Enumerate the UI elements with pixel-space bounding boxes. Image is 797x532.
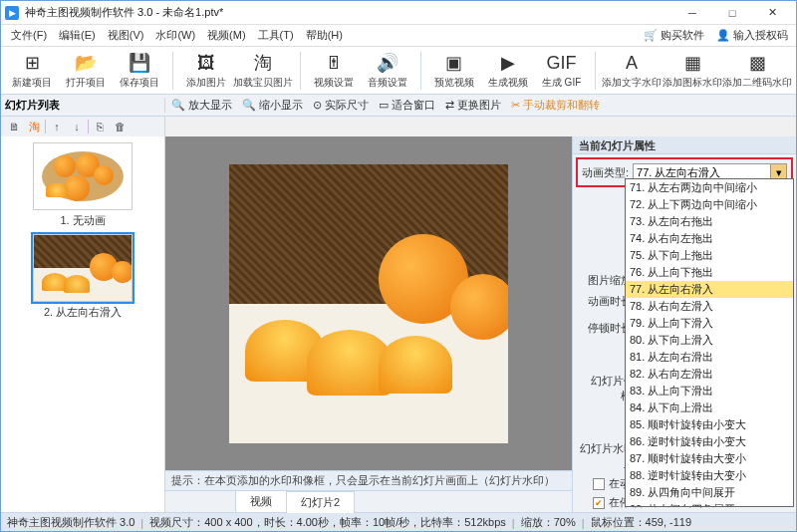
zoom-icon: ⊙ <box>313 99 322 112</box>
toolbar-加载宝贝图片[interactable]: 淘加载宝贝图片 <box>239 51 288 90</box>
dropdown-item[interactable]: 85. 顺时针旋转由小变大 <box>626 416 793 433</box>
dropdown-item[interactable]: 72. 从上下两边向中间缩小 <box>626 196 793 213</box>
zoom-icon: ✂ <box>511 99 520 112</box>
toolbar-icon: ▶ <box>496 51 520 75</box>
toolbar-添加二维码水印[interactable]: ▩添加二维码水印 <box>729 51 786 90</box>
toolbar-icon: 📂 <box>74 51 98 75</box>
toolbar-icon: 🔊 <box>376 51 399 75</box>
dropdown-item[interactable]: 82. 从右向左滑出 <box>626 366 793 383</box>
down-icon[interactable]: ↓ <box>68 118 86 135</box>
toolbar-icon: ▩ <box>745 51 769 75</box>
dropdown-item[interactable]: 86. 逆时针旋转由小变大 <box>626 433 793 450</box>
dropdown-item[interactable]: 75. 从下向上拖出 <box>626 247 793 264</box>
app-logo: ▶ <box>5 6 19 20</box>
toolbar-icon: 🎚 <box>322 51 346 75</box>
zoom-icon: 🔍 <box>242 99 256 112</box>
toolbar-音频设置[interactable]: 🔊音频设置 <box>367 51 408 90</box>
dropdown-item[interactable]: 81. 从左向右滑出 <box>626 349 793 366</box>
dropdown-item[interactable]: 77. 从左向右滑入 <box>626 281 793 298</box>
checkbox-checked-icon: ✔ <box>593 497 605 509</box>
dropdown-item[interactable]: 79. 从上向下滑入 <box>626 315 793 332</box>
dropdown-item[interactable]: 87. 顺时针旋转由大变小 <box>626 450 793 467</box>
dropdown-item[interactable]: 80. 从下向上滑入 <box>626 332 793 349</box>
dropdown-item[interactable]: 71. 从左右两边向中间缩小 <box>626 179 793 196</box>
buy-link[interactable]: 🛒 购买软件 <box>640 28 708 43</box>
status-app: 神奇主图视频制作软件 3.0 <box>7 515 134 530</box>
slide-thumb-1[interactable]: 1. 无动画 <box>23 142 142 228</box>
tao-icon[interactable]: 淘 <box>25 118 43 135</box>
zoom-icon: ⇄ <box>445 99 454 112</box>
delete-icon[interactable]: 🗑 <box>111 118 129 135</box>
status-zoom: 缩放：70% <box>521 515 576 530</box>
dropdown-item[interactable]: 90. 从中间向四角展开 <box>626 501 793 507</box>
toolbar-视频设置[interactable]: 🎚视频设置 <box>313 51 355 90</box>
license-link[interactable]: 👤 输入授权码 <box>712 28 792 43</box>
status-mouse: 鼠标位置：459, -119 <box>591 515 691 530</box>
copy-icon[interactable]: ⎘ <box>91 118 109 135</box>
sidebar-title: 幻灯片列表 <box>5 98 160 113</box>
toolbar-icon: ⊞ <box>20 51 44 75</box>
tab-slide2[interactable]: 幻灯片2 <box>286 491 355 513</box>
zoom-5[interactable]: ✂手动裁剪和翻转 <box>511 98 600 113</box>
zoom-4[interactable]: ⇄更换图片 <box>445 98 501 113</box>
close-button[interactable]: ✕ <box>752 2 792 24</box>
dropdown-item[interactable]: 89. 从四角向中间展开 <box>626 484 793 501</box>
dropdown-item[interactable]: 83. 从上向下滑出 <box>626 383 793 399</box>
menu-3[interactable]: 水印(W) <box>149 26 201 45</box>
slide-thumb-2[interactable]: 2. 从左向右滑入 <box>23 234 142 320</box>
zoom-icon: ▭ <box>379 99 389 112</box>
checkbox-icon <box>593 478 605 490</box>
dropdown-item[interactable]: 76. 从上向下拖出 <box>626 264 793 281</box>
toolbar-icon: 🖼 <box>194 51 218 75</box>
toolbar-icon: ▣ <box>442 51 466 75</box>
status-size: 视频尺寸：400 x 400，时长：4.00秒，帧率：10帧/秒，比特率：512… <box>149 515 506 530</box>
menu-0[interactable]: 文件(F) <box>5 26 53 45</box>
menu-5[interactable]: 工具(T) <box>252 26 300 45</box>
zoom-1[interactable]: 🔍缩小显示 <box>242 98 303 113</box>
zoom-0[interactable]: 🔍放大显示 <box>171 98 232 113</box>
menu-1[interactable]: 编辑(E) <box>53 26 102 45</box>
dropdown-item[interactable]: 74. 从右向左拖出 <box>626 230 793 247</box>
toolbar-添加文字水印[interactable]: A添加文字水印 <box>607 51 656 90</box>
zoom-icon: 🔍 <box>171 99 185 112</box>
add-slide-icon[interactable]: 🗎 <box>5 118 23 135</box>
toolbar-保存项目[interactable]: 💾保存项目 <box>119 51 160 90</box>
tab-video[interactable]: 视频 <box>235 490 287 512</box>
up-icon[interactable]: ↑ <box>48 118 66 135</box>
toolbar-新建项目[interactable]: ⊞新建项目 <box>11 51 53 90</box>
hint-text: 提示：在本页添加的水印和像框，只会显示在当前幻灯片画面上（幻灯片水印） <box>165 470 572 490</box>
menu-6[interactable]: 帮助(H) <box>300 26 349 45</box>
dropdown-item[interactable]: 84. 从下向上滑出 <box>626 399 793 416</box>
canvas-preview[interactable] <box>229 164 508 443</box>
maximize-button[interactable]: □ <box>712 2 752 24</box>
toolbar-icon: 淘 <box>251 51 275 75</box>
toolbar-icon: ▦ <box>680 51 704 75</box>
toolbar-icon: A <box>620 51 644 75</box>
toolbar-添加图标水印[interactable]: ▦添加图标水印 <box>668 51 717 90</box>
toolbar-生成 GIF[interactable]: GIF生成 GIF <box>541 51 583 90</box>
toolbar-icon: GIF <box>550 51 574 75</box>
dropdown-item[interactable]: 73. 从左向右拖出 <box>626 213 793 230</box>
toolbar-预览视频[interactable]: ▣预览视频 <box>433 51 475 90</box>
window-title: 神奇主图视频制作软件 3.0 - 未命名1.ptv* <box>25 5 672 20</box>
anim-dropdown-list[interactable]: 71. 从左右两边向中间缩小72. 从上下两边向中间缩小73. 从左向右拖出74… <box>625 178 794 507</box>
menu-4[interactable]: 视频(M) <box>201 26 252 45</box>
dropdown-item[interactable]: 88. 逆时针旋转由大变小 <box>626 467 793 484</box>
zoom-2[interactable]: ⊙实际尺寸 <box>313 98 369 113</box>
toolbar-添加图片[interactable]: 🖼添加图片 <box>185 51 227 90</box>
dropdown-item[interactable]: 78. 从右向左滑入 <box>626 298 793 315</box>
toolbar-icon: 💾 <box>128 51 151 75</box>
toolbar-打开项目[interactable]: 📂打开项目 <box>65 51 107 90</box>
minimize-button[interactable]: ─ <box>672 2 712 24</box>
right-pane-header: 当前幻灯片属性 <box>573 136 796 154</box>
toolbar-生成视频[interactable]: ▶生成视频 <box>487 51 529 90</box>
zoom-3[interactable]: ▭适合窗口 <box>379 98 435 113</box>
menu-2[interactable]: 视图(V) <box>102 26 150 45</box>
